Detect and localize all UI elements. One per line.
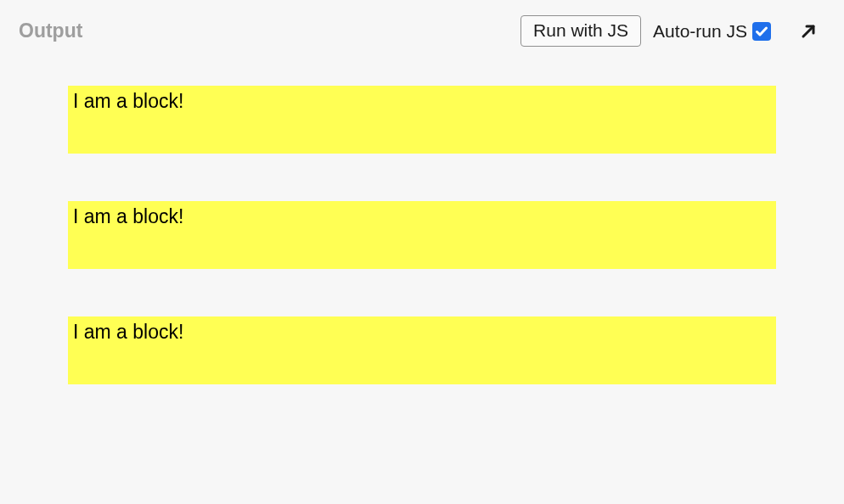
panel-title: Output [19, 20, 509, 42]
svg-line-0 [803, 26, 813, 36]
output-content: I am a block! I am a block! I am a block… [0, 55, 844, 384]
check-icon [755, 25, 768, 38]
output-header: Output Run with JS Auto-run JS [0, 0, 844, 55]
block-text: I am a block! [73, 205, 183, 227]
demo-block: I am a block! [68, 86, 776, 154]
demo-block: I am a block! [68, 316, 776, 384]
demo-block: I am a block! [68, 201, 776, 269]
autorun-label: Auto-run JS [653, 21, 747, 42]
block-text: I am a block! [73, 90, 183, 112]
autorun-toggle[interactable]: Auto-run JS [653, 21, 771, 42]
block-text: I am a block! [73, 321, 183, 343]
expand-icon[interactable] [798, 21, 819, 42]
autorun-checkbox[interactable] [752, 22, 771, 41]
run-js-button[interactable]: Run with JS [520, 15, 641, 47]
